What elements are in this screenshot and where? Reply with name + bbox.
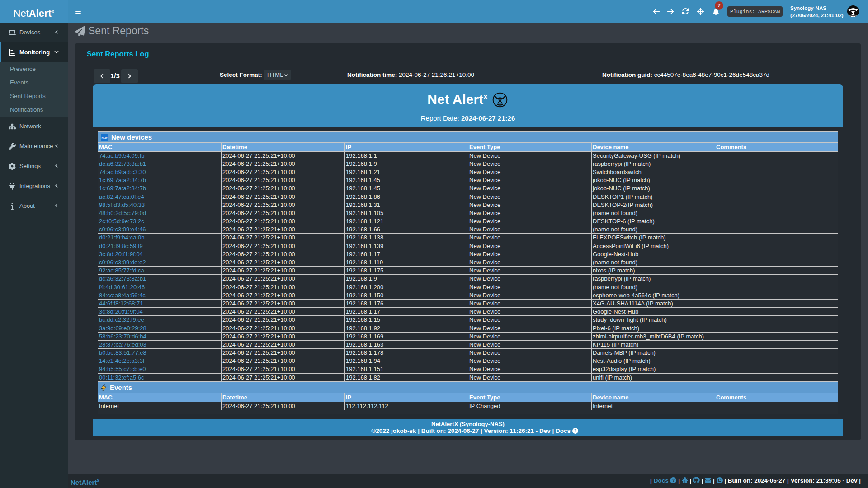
svg-text:NEW: NEW: [102, 136, 108, 139]
